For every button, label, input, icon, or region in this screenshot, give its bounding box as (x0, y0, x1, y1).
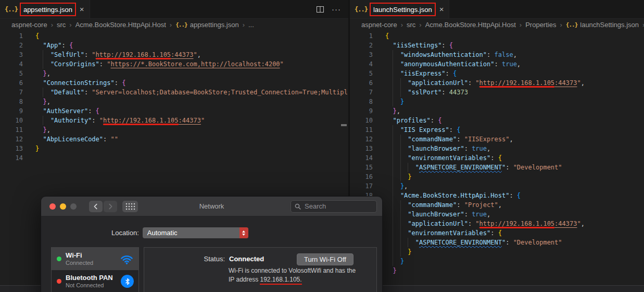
status-dot-connected (57, 257, 61, 261)
close-icon[interactable]: × (80, 5, 84, 14)
line-number: 2 (0, 41, 23, 50)
line-number: 4 (350, 59, 373, 69)
breadcrumb-item[interactable]: aspnet-core (11, 21, 47, 29)
breadcrumb: aspnet-core›src›Acme.BookStore.HttpApi.H… (350, 19, 644, 30)
line-number: 8 (350, 97, 373, 106)
line-number: 14 (0, 153, 23, 163)
line-number: 13 (0, 144, 23, 153)
code-line: 3"windowsAuthentication": false, (350, 50, 644, 59)
code-line: 21"applicationUrl": "http://192.168.1.10… (350, 219, 644, 228)
tab-bar-right: {..} launchSettings.json × (350, 0, 644, 19)
code-line: 23"ASPNETCORE_ENVIRONMENT": "Development… (350, 238, 644, 247)
breadcrumb-item[interactable]: launchSettings.json (580, 21, 639, 29)
code-line: 8}, (0, 97, 348, 106)
code-line: 7"Default": "Server=localhost;Database=B… (0, 88, 348, 97)
close-icon[interactable]: × (439, 5, 444, 14)
breadcrumb-item[interactable]: Acme.BookStore.HttpApi.Host (425, 21, 516, 29)
breadcrumb-item[interactable]: appsettings.json (190, 21, 239, 29)
tab-launchsettings-json[interactable]: {..} launchSettings.json × (350, 0, 449, 18)
breadcrumb-item[interactable]: ... (248, 21, 254, 29)
turn-wifi-off-button[interactable]: Turn Wi-Fi Off (297, 253, 353, 265)
editor-group-right: {..} launchSettings.json × aspnet-core›s… (350, 0, 644, 292)
breadcrumb-item[interactable]: aspnet-core (361, 21, 397, 29)
line-number: 3 (0, 50, 23, 59)
breadcrumb-separator: › (520, 21, 522, 29)
code-line: 20"launchBrowser": true, (350, 210, 644, 219)
services-list: Wi-Fi Connected (51, 247, 139, 292)
code-line: 15"ASPNETCORE_ENVIRONMENT": "Development… (350, 163, 644, 172)
tab-appsettings-json[interactable]: {..} appsettings.json × (0, 0, 90, 18)
line-number: 11 (0, 125, 23, 135)
code-line: 11}, (0, 125, 348, 135)
service-status: Not Connected (66, 282, 113, 289)
code-line: 22"environmentVariables": { (350, 228, 644, 238)
back-button[interactable] (89, 201, 103, 212)
code-line: 2"iisSettings": { (350, 41, 644, 50)
screenshot-root: {..} appsettings.json × ··· aspnet-core›… (0, 0, 644, 292)
code-line: 9"AuthServer": { (0, 106, 348, 116)
forward-button[interactable] (104, 201, 117, 212)
code-line: 14"environmentVariables": { (350, 153, 644, 163)
code-line: 13"launchBrowser": true, (350, 144, 644, 153)
ip-address: 192.168.1.105. (260, 276, 301, 285)
breadcrumb-separator: › (243, 21, 245, 29)
breadcrumb-item[interactable]: Acme.BookStore.HttpApi.Host (75, 21, 166, 29)
location-dropdown[interactable]: Automatic (143, 227, 248, 238)
search-field[interactable] (291, 200, 377, 213)
code-line: 5}, (0, 69, 348, 78)
line-number: 3 (350, 50, 373, 59)
code-editor-appsettings[interactable]: 1{2"App": {3"SelfUrl": "http://192.168.1… (0, 30, 348, 163)
code-line: 13} (0, 144, 348, 153)
window-titlebar[interactable]: Network (41, 197, 382, 216)
breadcrumb-item[interactable]: src (57, 21, 66, 29)
code-line: 5"iisExpress": { (350, 69, 644, 78)
line-number: 7 (350, 88, 373, 97)
service-name: Wi-Fi (66, 252, 93, 260)
search-input[interactable] (304, 202, 373, 211)
line-number: 12 (0, 135, 23, 144)
bluetooth-icon (121, 275, 134, 288)
dropdown-stepper-icon (239, 227, 248, 238)
close-window-button[interactable] (49, 203, 56, 210)
service-row-bluetooth-pan[interactable]: Bluetooth PAN Not Connected (52, 270, 138, 292)
tab-label: appsettings.json (23, 6, 72, 14)
code-line: 14 (0, 153, 348, 163)
code-line: 6"applicationUrl": "http://192.168.1.105… (350, 78, 644, 88)
code-line: 10"profiles": { (350, 116, 644, 125)
json-file-icon: {..} (355, 6, 368, 13)
description-line1: Wi-Fi is connected to VolosoftWifi and h… (229, 267, 356, 274)
breadcrumb-separator: › (560, 21, 562, 29)
tab-label: launchSettings.json (373, 6, 432, 14)
line-number: 2 (350, 41, 373, 50)
search-icon (294, 203, 301, 210)
status-label: Status: (144, 255, 225, 263)
wifi-icon (120, 253, 134, 265)
json-file-icon: {..} (5, 6, 18, 13)
breadcrumb-item[interactable]: Properties (525, 21, 556, 29)
code-line: 1{ (350, 31, 644, 41)
service-row-wifi[interactable]: Wi-Fi Connected (52, 248, 138, 270)
show-all-preferences-icon[interactable] (122, 201, 138, 212)
split-editor-icon[interactable] (316, 5, 324, 14)
line-number: 16 (350, 172, 373, 181)
location-row: Location: Automatic (41, 227, 382, 238)
code-line: 7"sslPort": 44373 (350, 88, 644, 97)
network-preferences-window: Network Location: Automatic (41, 196, 383, 292)
code-line: 24} (350, 247, 644, 257)
network-panels: Wi-Fi Connected (51, 247, 377, 292)
editor-actions: ··· (316, 0, 348, 18)
line-number: 6 (350, 78, 373, 88)
breadcrumb-separator: › (69, 21, 71, 29)
minimize-window-button[interactable] (60, 203, 66, 210)
code-editor-launchsettings[interactable]: 1{2"iisSettings": {3"windowsAuthenticati… (350, 30, 644, 275)
more-actions-icon[interactable]: ··· (332, 5, 341, 14)
line-number: 10 (0, 116, 23, 125)
code-line: 4"anonymousAuthentication": true, (350, 59, 644, 69)
line-number: 4 (0, 59, 23, 69)
zoom-window-button[interactable] (70, 203, 77, 210)
line-number: 5 (0, 69, 23, 78)
code-line: 12"commandName": "IISExpress", (350, 135, 644, 144)
status-value: Connected (229, 255, 264, 263)
breadcrumb-item[interactable]: src (407, 21, 415, 29)
line-number: 6 (0, 78, 23, 88)
